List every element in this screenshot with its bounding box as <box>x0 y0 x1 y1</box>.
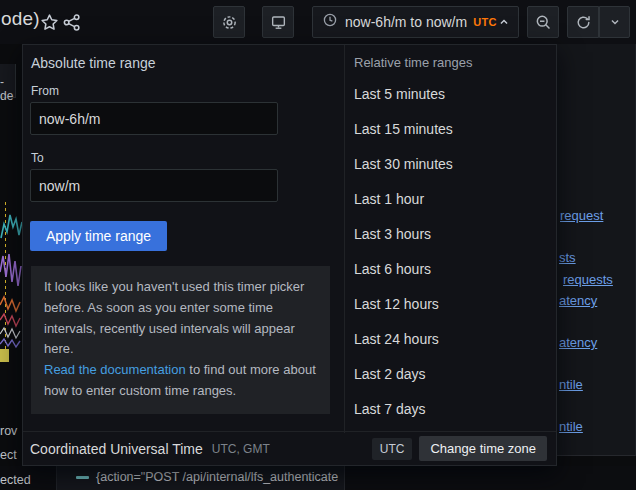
background-legend-panel-right: request sts requests atency atency ntile… <box>557 44 636 456</box>
gear-icon <box>221 14 238 31</box>
time-zone-name: Coordinated Universal Time <box>30 441 203 457</box>
time-range-picker-button[interactable]: now-6h/m to now/m UTC <box>312 6 519 38</box>
relative-range-option[interactable]: Last 15 minutes <box>345 112 557 147</box>
time-zone-detail: UTC, GMT <box>212 442 270 456</box>
relative-range-option[interactable]: Last 3 hours <box>345 217 557 252</box>
background-row-label: rov <box>0 424 17 438</box>
relative-ranges-column: Relative time ranges Last 5 minutes Last… <box>344 45 557 433</box>
relative-range-option[interactable]: Last 2 days <box>345 357 557 392</box>
legend-link[interactable]: requests <box>563 272 613 287</box>
change-time-zone-button[interactable]: Change time zone <box>419 436 547 461</box>
screen: ode) <box>0 0 636 490</box>
chevron-up-icon <box>497 15 511 29</box>
legend-link[interactable]: request <box>560 208 603 223</box>
background-bottom-strip: ected {action="POST /api/internal/lfs_au… <box>0 466 636 490</box>
tv-mode-button[interactable] <box>262 6 294 38</box>
background-legend-row[interactable]: {action="POST /api/internal/lfs_authenti… <box>56 466 345 490</box>
relative-ranges-heading: Relative time ranges <box>354 55 473 70</box>
read-documentation-link[interactable]: Read the documentation <box>44 362 186 377</box>
dashboard-topbar: ode) <box>0 0 636 44</box>
relative-range-option[interactable]: Last 1 hour <box>345 182 557 217</box>
dashboard-settings-button[interactable] <box>213 6 245 38</box>
time-zone-badge: UTC <box>372 438 413 460</box>
background-row-label: ect <box>0 448 17 462</box>
time-picker-dropdown: Absolute time range From To Apply time r… <box>22 44 557 466</box>
relative-ranges-list: Last 5 minutes Last 15 minutes Last 30 m… <box>345 77 557 427</box>
apply-time-range-button[interactable]: Apply time range <box>30 221 167 251</box>
info-text: It looks like you haven't used this time… <box>44 277 317 360</box>
relative-range-option[interactable]: Last 6 hours <box>345 252 557 287</box>
legend-link[interactable]: sts <box>559 250 576 265</box>
clock-icon <box>322 12 338 32</box>
monitor-icon <box>270 14 287 31</box>
refresh-button[interactable] <box>567 6 599 38</box>
refresh-icon <box>575 14 592 31</box>
legend-link[interactable]: ntile <box>559 419 583 434</box>
series-label: {action="POST /api/internal/lfs_authenti… <box>96 470 338 484</box>
legend-link[interactable]: atency <box>559 293 597 308</box>
series-dash-icon <box>76 476 89 479</box>
zoom-out-button[interactable] <box>527 6 559 38</box>
to-input[interactable] <box>30 169 278 202</box>
recent-ranges-info-box: It looks like you haven't used this time… <box>31 266 330 414</box>
absolute-range-heading: Absolute time range <box>31 55 156 71</box>
zoom-out-icon <box>535 14 552 31</box>
legend-link[interactable]: ntile <box>559 377 583 392</box>
share-icon[interactable] <box>62 13 81 32</box>
relative-range-option[interactable]: Last 5 minutes <box>345 77 557 112</box>
relative-range-option[interactable]: Last 24 hours <box>345 322 557 357</box>
chart-fragment <box>0 198 22 370</box>
relative-range-option[interactable]: Last 12 hours <box>345 287 557 322</box>
time-zone-label: UTC <box>473 16 497 28</box>
time-range-label: now-6h/m to now/m <box>345 14 467 30</box>
background-row-label: ected <box>0 473 31 487</box>
legend-link[interactable]: atency <box>559 335 597 350</box>
to-label: To <box>31 151 44 165</box>
relative-range-option[interactable]: Last 7 days <box>345 392 557 427</box>
from-label: From <box>31 84 59 98</box>
from-input[interactable] <box>30 102 278 135</box>
chevron-down-icon <box>608 15 622 29</box>
dashboard-title-partial: ode) <box>1 8 40 30</box>
refresh-interval-dropdown-button[interactable] <box>599 6 630 38</box>
background-variable-fragment: -de <box>0 64 16 98</box>
time-zone-footer: Coordinated Universal Time UTC, GMT UTC … <box>23 431 556 465</box>
favorite-star-icon[interactable] <box>40 13 59 32</box>
relative-range-option[interactable]: Last 30 minutes <box>345 147 557 182</box>
